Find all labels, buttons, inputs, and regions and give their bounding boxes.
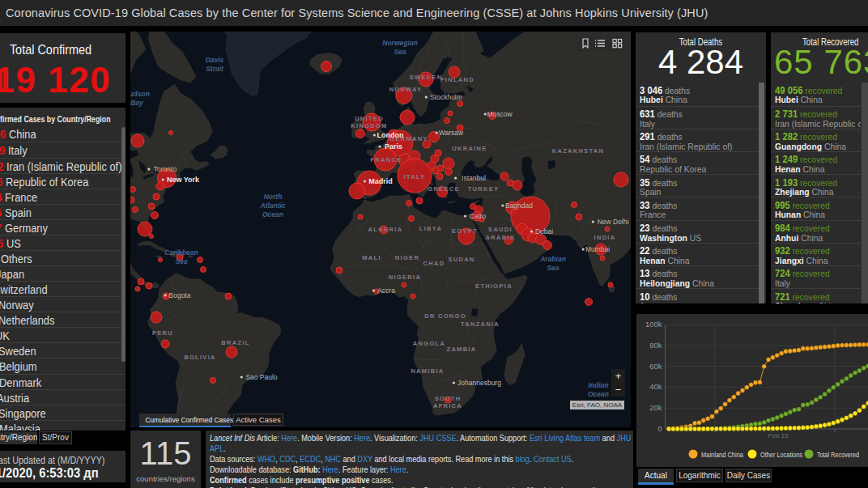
recovered-row[interactable]: 721 recoveredShandong China bbox=[771, 288, 861, 303]
chart-point[interactable] bbox=[792, 426, 797, 431]
country-row[interactable]: 373UK bbox=[0, 327, 126, 342]
info-link[interactable]: WHO bbox=[257, 454, 275, 464]
case-bubble[interactable] bbox=[321, 62, 332, 72]
chart-point[interactable] bbox=[731, 395, 736, 400]
chart-point[interactable] bbox=[857, 368, 862, 373]
zoom-in-button[interactable]: + bbox=[611, 369, 625, 383]
case-bubble[interactable] bbox=[576, 214, 582, 220]
chart-point[interactable] bbox=[805, 402, 810, 407]
tab-cumulative-confirmed-cases[interactable]: Cumulative Confirmed Cases bbox=[139, 414, 231, 426]
recovered-row[interactable]: 984 recoveredAnhui China bbox=[771, 220, 861, 243]
country-row[interactable]: 382Netherlands bbox=[0, 312, 126, 327]
case-bubble[interactable] bbox=[356, 129, 365, 138]
chart-point[interactable] bbox=[727, 398, 732, 403]
chart-point[interactable] bbox=[818, 345, 823, 350]
case-bubble[interactable] bbox=[349, 183, 365, 199]
chart-point[interactable] bbox=[862, 405, 866, 409]
death-row[interactable]: 10 deaths Japan bbox=[636, 288, 759, 303]
legend-label[interactable]: Mainland China bbox=[701, 451, 743, 459]
chart-point[interactable] bbox=[727, 426, 732, 431]
tab-daily-cases[interactable]: Daily Cases bbox=[725, 469, 772, 482]
recovered-row[interactable]: 1 193 recoveredZhejiang China bbox=[771, 174, 861, 197]
case-bubble[interactable] bbox=[445, 118, 450, 124]
info-link[interactable]: JHU bbox=[617, 433, 632, 443]
deaths-scrollbar[interactable] bbox=[759, 83, 764, 303]
case-bubble[interactable] bbox=[225, 293, 232, 299]
chart-point[interactable] bbox=[801, 403, 806, 408]
chart-point[interactable] bbox=[692, 426, 697, 431]
country-row[interactable]: 129Malaysia bbox=[0, 420, 126, 431]
case-bubble[interactable] bbox=[416, 197, 423, 204]
recovered-row[interactable]: 995 recoveredHunan China bbox=[771, 197, 861, 219]
case-bubble[interactable] bbox=[448, 111, 453, 116]
country-row[interactable]: 1 457Germany bbox=[0, 219, 126, 235]
info-link[interactable]: blog bbox=[516, 454, 530, 464]
death-row[interactable]: 54 deaths Republic of Korea bbox=[636, 151, 759, 174]
chart-point[interactable] bbox=[779, 414, 784, 418]
chart-point[interactable] bbox=[723, 402, 728, 407]
chart-point[interactable] bbox=[836, 419, 840, 424]
case-bubble[interactable] bbox=[130, 197, 134, 203]
country-list-scrollbar[interactable] bbox=[121, 127, 126, 362]
chart-point[interactable] bbox=[766, 357, 771, 362]
legend-label[interactable]: Total Recovered bbox=[817, 451, 859, 459]
tab-active-cases[interactable]: Active Cases bbox=[233, 414, 283, 426]
chart-point[interactable] bbox=[831, 344, 836, 349]
chart-point[interactable] bbox=[701, 418, 706, 423]
list-icon[interactable] bbox=[595, 40, 605, 46]
chart-point[interactable] bbox=[797, 348, 802, 353]
chart-point[interactable] bbox=[723, 426, 728, 431]
country-row[interactable]: 166Singapore bbox=[0, 405, 126, 420]
chart-point[interactable] bbox=[823, 392, 828, 397]
chart-point[interactable] bbox=[736, 426, 741, 431]
case-bubble[interactable] bbox=[135, 286, 140, 291]
case-bubble[interactable] bbox=[336, 267, 343, 274]
chart-point[interactable] bbox=[679, 426, 684, 431]
chart-point[interactable] bbox=[801, 346, 806, 351]
country-row[interactable]: 568Japan bbox=[0, 265, 126, 281]
tab-actual[interactable]: Actual bbox=[638, 469, 674, 482]
case-bubble[interactable] bbox=[411, 294, 415, 299]
case-bubble[interactable] bbox=[150, 235, 154, 239]
case-bubble[interactable] bbox=[151, 312, 162, 323]
chart-point[interactable] bbox=[788, 349, 793, 354]
recovered-row[interactable]: 2 731 recovered Iran (Islamic Republic o… bbox=[771, 106, 861, 129]
chart-point[interactable] bbox=[692, 421, 697, 426]
tab-logarithmic[interactable]: Logarithmic bbox=[676, 469, 723, 482]
case-bubble[interactable] bbox=[153, 193, 160, 200]
chart-point[interactable] bbox=[810, 425, 815, 430]
recovered-row[interactable]: 1 282 recoveredGuangdong China bbox=[771, 129, 861, 151]
chart-point[interactable] bbox=[688, 426, 693, 431]
chart-point[interactable] bbox=[849, 414, 853, 418]
case-bubble[interactable] bbox=[409, 216, 415, 222]
chart-point[interactable] bbox=[705, 416, 710, 421]
case-bubble[interactable] bbox=[513, 180, 522, 190]
chart-point[interactable] bbox=[771, 426, 776, 431]
case-bubble[interactable] bbox=[402, 282, 406, 287]
recovered-row[interactable]: 724 recovered Italy bbox=[771, 265, 861, 288]
chart-point[interactable] bbox=[757, 421, 762, 426]
death-row[interactable]: 35 deaths Spain bbox=[636, 174, 759, 197]
chart-point[interactable] bbox=[827, 422, 832, 426]
chart-point[interactable] bbox=[766, 426, 771, 431]
country-row[interactable]: 10 149Italy bbox=[0, 142, 126, 157]
chart-point[interactable] bbox=[797, 426, 802, 431]
chart-point[interactable] bbox=[775, 415, 780, 420]
chart-point[interactable] bbox=[710, 414, 715, 419]
chart-point[interactable] bbox=[714, 409, 719, 414]
info-link[interactable]: Here bbox=[281, 433, 297, 443]
chart-point[interactable] bbox=[805, 346, 810, 351]
chart-point[interactable] bbox=[849, 342, 853, 347]
chart-point[interactable] bbox=[862, 366, 866, 371]
tab-country-region[interactable]: Country/Region bbox=[0, 431, 37, 444]
chart-point[interactable] bbox=[705, 426, 710, 431]
chart-point[interactable] bbox=[740, 426, 745, 431]
info-link[interactable]: Here bbox=[390, 465, 406, 474]
chart-point[interactable] bbox=[779, 351, 784, 356]
info-link[interactable]: APL bbox=[210, 443, 223, 453]
recovered-row[interactable]: 932 recoveredJiangxi China bbox=[771, 243, 861, 265]
info-link[interactable]: CDC bbox=[279, 454, 296, 464]
chart-point[interactable] bbox=[762, 364, 767, 369]
chart-point[interactable] bbox=[762, 426, 767, 431]
chart-point[interactable] bbox=[762, 420, 767, 425]
